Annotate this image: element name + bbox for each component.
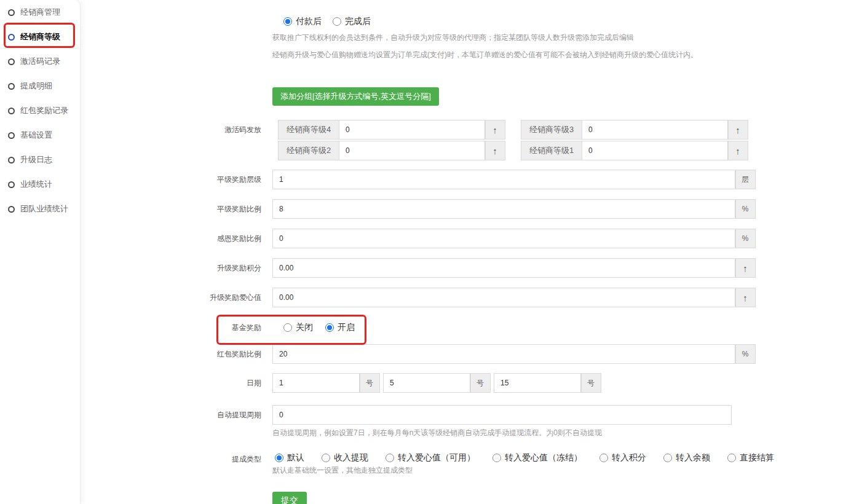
sidebar-item-label: 经销商管理 bbox=[20, 7, 60, 18]
sidebar-item-label: 提成明细 bbox=[20, 81, 52, 92]
radio-commission-points[interactable]: 转入积分 bbox=[599, 452, 646, 463]
arrow-up-icon[interactable]: ↑ bbox=[485, 141, 505, 160]
arrow-up-icon[interactable]: ↑ bbox=[728, 141, 748, 160]
submit-button[interactable]: 提交 bbox=[272, 492, 307, 504]
upgrade-points-input[interactable] bbox=[272, 258, 735, 278]
activation-level2-prefix: 经销商等级2 bbox=[278, 141, 339, 160]
sidebar-item-label: 激活码记录 bbox=[20, 56, 60, 67]
upgrade-note-2: 经销商升级与爱心值购物赠送均设置为订单完成(支付)时，本笔订单赠送的爱心值有可能… bbox=[272, 50, 698, 60]
date-1-input[interactable] bbox=[272, 373, 360, 393]
radio-fund-off[interactable]: 关闭 bbox=[283, 322, 313, 333]
circle-icon bbox=[8, 206, 15, 213]
radio-icon bbox=[322, 454, 330, 462]
sidebar-item-redpacket-reward-records[interactable]: 红包奖励记录 bbox=[0, 98, 80, 123]
radio-icon bbox=[492, 454, 501, 462]
unit-percent-suffix: % bbox=[735, 199, 756, 219]
peer-level-group: 层 bbox=[272, 170, 756, 189]
activation-level3-prefix: 经销商等级3 bbox=[521, 120, 582, 140]
field-label-upgrade-love: 升级奖励爱心值 bbox=[81, 288, 272, 307]
arrow-up-icon[interactable]: ↑ bbox=[735, 258, 756, 278]
radio-commission-default[interactable]: 默认 bbox=[275, 452, 304, 463]
circle-icon bbox=[8, 132, 15, 139]
sidebar-item-label: 升级日志 bbox=[20, 154, 52, 165]
activation-level2-input[interactable] bbox=[339, 141, 485, 160]
sidebar-item-label: 团队业绩统计 bbox=[20, 203, 68, 215]
field-label-peer-ratio: 平级奖励比例 bbox=[81, 199, 272, 219]
upgrade-note-1: 获取推广下线权利的会员达到条件，自动升级为对应等级的代理商；指定某团队等级人数升… bbox=[272, 33, 634, 43]
commission-type-help: 默认走基础统一设置，其他走独立提成类型 bbox=[272, 465, 413, 476]
peer-level-input[interactable] bbox=[272, 170, 735, 189]
thanks-ratio-input[interactable] bbox=[272, 229, 735, 248]
sidebar-item-upgrade-log[interactable]: 升级日志 bbox=[0, 148, 80, 172]
circle-icon bbox=[8, 34, 15, 41]
date-2-input[interactable] bbox=[383, 373, 470, 393]
field-label-peer-level: 平级奖励层级 bbox=[81, 170, 272, 189]
fund-reward-radio-group: 关闭 开启 bbox=[283, 322, 355, 333]
auto-withdraw-input[interactable] bbox=[272, 405, 732, 425]
field-label-redpacket-ratio: 红包奖励比例 bbox=[81, 344, 272, 364]
radio-commission-balance[interactable]: 转入余额 bbox=[663, 452, 710, 463]
radio-icon bbox=[283, 323, 292, 332]
date-3-group: 号 bbox=[494, 373, 601, 393]
radio-commission-income-withdraw[interactable]: 收入提现 bbox=[322, 452, 368, 463]
radio-commission-love-available[interactable]: 转入爱心值（可用） bbox=[386, 452, 475, 463]
sidebar-item-dealer-level[interactable]: 经销商等级 bbox=[0, 25, 80, 49]
circle-icon bbox=[8, 108, 15, 114]
peer-ratio-input[interactable] bbox=[272, 199, 735, 219]
sidebar-item-commission-details[interactable]: 提成明细 bbox=[0, 74, 80, 98]
arrow-up-icon[interactable]: ↑ bbox=[728, 120, 748, 140]
radio-after-payment[interactable]: 付款后 bbox=[283, 16, 322, 27]
radio-after-completion[interactable]: 完成后 bbox=[333, 16, 371, 27]
radio-commission-direct-settle[interactable]: 直接结算 bbox=[727, 452, 774, 463]
sidebar-item-performance-stats[interactable]: 业绩统计 bbox=[0, 172, 80, 197]
field-label-thanks-ratio: 感恩奖励比例 bbox=[81, 229, 272, 248]
radio-icon bbox=[663, 454, 672, 462]
activation-level1-group: 经销商等级1 ↑ bbox=[521, 141, 748, 160]
sidebar-item-activation-code-records[interactable]: 激活码记录 bbox=[0, 49, 80, 74]
arrow-up-icon[interactable]: ↑ bbox=[485, 120, 505, 140]
activation-level1-prefix: 经销商等级1 bbox=[521, 141, 582, 160]
sidebar-item-label: 业绩统计 bbox=[20, 179, 52, 190]
radio-icon bbox=[599, 454, 608, 462]
unit-day-suffix: 号 bbox=[360, 373, 380, 393]
sidebar-item-label: 经销商等级 bbox=[20, 31, 60, 42]
radio-icon bbox=[386, 454, 394, 462]
thanks-ratio-group: % bbox=[272, 229, 756, 248]
redpacket-ratio-input[interactable] bbox=[272, 344, 735, 364]
date-3-input[interactable] bbox=[494, 373, 581, 393]
radio-fund-on[interactable]: 开启 bbox=[325, 322, 355, 333]
activation-level3-input[interactable] bbox=[582, 120, 728, 140]
arrow-up-icon[interactable]: ↑ bbox=[735, 288, 756, 307]
activation-level4-group: 经销商等级4 ↑ bbox=[278, 120, 505, 140]
unit-percent-suffix: % bbox=[735, 229, 756, 248]
circle-icon bbox=[8, 157, 15, 163]
unit-layer-suffix: 层 bbox=[735, 170, 756, 189]
date-2-group: 号 bbox=[383, 373, 491, 393]
add-group-button[interactable]: 添加分组[选择升级方式编号,英文逗号分隔] bbox=[272, 87, 439, 106]
sidebar-item-label: 红包奖励记录 bbox=[20, 105, 68, 116]
activation-level1-input[interactable] bbox=[582, 141, 728, 160]
radio-icon bbox=[727, 454, 736, 462]
radio-icon bbox=[333, 17, 341, 26]
unit-day-suffix: 号 bbox=[581, 373, 601, 393]
upgrade-mode-radio-group: 付款后 完成后 bbox=[283, 16, 371, 27]
field-label-commission-type: 提成类型 bbox=[81, 452, 272, 467]
upgrade-love-group: ↑ bbox=[272, 288, 756, 307]
activation-level4-input[interactable] bbox=[339, 120, 485, 140]
sidebar-item-basic-settings[interactable]: 基础设置 bbox=[0, 123, 80, 148]
radio-commission-love-frozen[interactable]: 转入爱心值（冻结） bbox=[492, 452, 582, 463]
redpacket-ratio-group: % bbox=[272, 344, 756, 364]
circle-icon bbox=[8, 9, 15, 16]
field-label-fund-reward: 基金奖励 bbox=[81, 320, 272, 335]
commission-type-radio-group: 默认 收入提现 转入爱心值（可用） 转入爱心值（冻结） 转入积分 转入余额 bbox=[275, 452, 774, 463]
date-1-group: 号 bbox=[272, 373, 380, 393]
unit-percent-suffix: % bbox=[735, 344, 756, 364]
upgrade-love-input[interactable] bbox=[272, 288, 735, 307]
main-content: 付款后 完成后 获取推广下线权利的会员达到条件，自动升级为对应等级的代理商；指定… bbox=[81, 0, 862, 504]
field-label-dates: 日期 bbox=[81, 373, 272, 393]
circle-icon bbox=[8, 83, 15, 90]
sidebar-item-team-performance-stats[interactable]: 团队业绩统计 bbox=[0, 197, 80, 221]
sidebar-item-dealer-management[interactable]: 经销商管理 bbox=[0, 0, 80, 25]
peer-ratio-group: % bbox=[272, 199, 756, 219]
radio-icon bbox=[275, 454, 283, 462]
